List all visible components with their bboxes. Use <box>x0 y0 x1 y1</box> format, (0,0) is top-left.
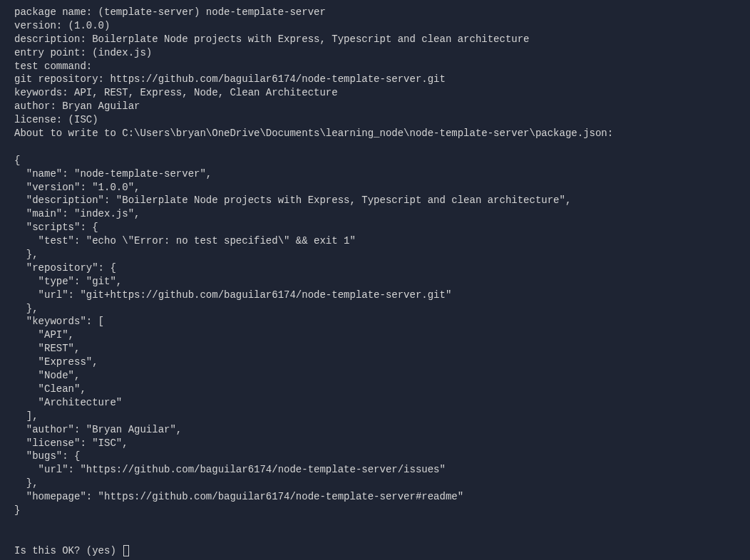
prompt-description: description: Boilerplate Node projects w… <box>14 33 736 46</box>
json-line: "test": "echo \"Error: no test specified… <box>14 234 736 248</box>
json-line: }, <box>14 248 736 261</box>
json-line: "repository": { <box>14 261 736 275</box>
confirm-prompt-line[interactable]: Is this OK? (yes) <box>14 544 736 558</box>
prompt-entry-point: entry point: (index.js) <box>14 46 736 60</box>
json-line: "Clean", <box>14 383 736 396</box>
json-line: "keywords": [ <box>14 315 736 328</box>
json-line: } <box>14 504 736 517</box>
prompt-package-name: package name: (template-server) node-tem… <box>14 6 736 19</box>
json-line: "type": "git", <box>14 275 736 289</box>
about-to-write: About to write to C:\Users\bryan\OneDriv… <box>14 127 736 140</box>
json-line: "bugs": { <box>14 450 736 463</box>
prompt-version: version: (1.0.0) <box>14 19 736 33</box>
json-line: "main": "index.js", <box>14 207 736 221</box>
prompt-author: author: Bryan Aguilar <box>14 100 736 113</box>
terminal-cursor[interactable] <box>123 545 129 556</box>
json-line: "author": "Bryan Aguilar", <box>14 423 736 437</box>
terminal-output: package name: (template-server) node-tem… <box>14 6 736 558</box>
json-line: "Node", <box>14 369 736 383</box>
json-line: "license": "ISC", <box>14 437 736 450</box>
json-line: "scripts": { <box>14 221 736 234</box>
confirm-prompt-text: Is this OK? (yes) <box>14 545 122 556</box>
prompt-git-repository: git repository: https://github.com/bagui… <box>14 73 736 86</box>
json-line: }, <box>14 302 736 316</box>
prompt-test-command: test command: <box>14 60 736 73</box>
json-line: "API", <box>14 328 736 342</box>
json-line: ], <box>14 410 736 423</box>
json-line: "url": "https://github.com/baguilar6174/… <box>14 463 736 477</box>
json-line: "Express", <box>14 356 736 369</box>
json-line: "version": "1.0.0", <box>14 181 736 195</box>
json-line: "description": "Boilerplate Node project… <box>14 194 736 207</box>
json-line: { <box>14 154 736 167</box>
prompt-keywords: keywords: API, REST, Express, Node, Clea… <box>14 86 736 100</box>
blank-line <box>14 517 736 531</box>
blank-line <box>14 140 736 154</box>
prompt-license: license: (ISC) <box>14 113 736 127</box>
blank-line <box>14 531 736 544</box>
json-line: "Architecture" <box>14 396 736 410</box>
json-line: "name": "node-template-server", <box>14 167 736 181</box>
json-line: "url": "git+https://github.com/baguilar6… <box>14 289 736 302</box>
json-line: }, <box>14 477 736 490</box>
json-line: "homepage": "https://github.com/baguilar… <box>14 490 736 504</box>
json-line: "REST", <box>14 342 736 356</box>
